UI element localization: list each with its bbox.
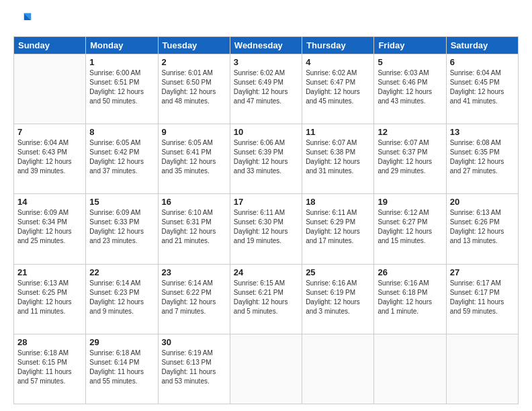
weekday-header-monday: Monday — [86, 37, 158, 54]
day-info: Sunrise: 6:11 AM Sunset: 6:29 PM Dayligh… — [306, 208, 370, 246]
day-number: 27 — [450, 267, 515, 277]
calendar-cell: 7Sunrise: 6:04 AM Sunset: 6:43 PM Daylig… — [14, 124, 86, 194]
day-info: Sunrise: 6:08 AM Sunset: 6:35 PM Dayligh… — [450, 138, 515, 176]
day-info: Sunrise: 6:16 AM Sunset: 6:18 PM Dayligh… — [378, 279, 442, 316]
day-number: 4 — [306, 57, 370, 67]
day-number: 20 — [450, 197, 515, 207]
day-number: 19 — [378, 197, 442, 207]
calendar-cell: 20Sunrise: 6:13 AM Sunset: 6:26 PM Dayli… — [446, 194, 518, 264]
calendar-cell: 23Sunrise: 6:14 AM Sunset: 6:22 PM Dayli… — [158, 264, 230, 334]
calendar-cell: 30Sunrise: 6:19 AM Sunset: 6:13 PM Dayli… — [158, 334, 230, 404]
day-info: Sunrise: 6:09 AM Sunset: 6:33 PM Dayligh… — [89, 208, 154, 246]
day-info: Sunrise: 6:11 AM Sunset: 6:30 PM Dayligh… — [234, 208, 298, 246]
day-number: 28 — [17, 337, 82, 347]
logo-icon — [13, 11, 32, 30]
day-info: Sunrise: 6:15 AM Sunset: 6:21 PM Dayligh… — [234, 279, 298, 316]
calendar-cell: 4Sunrise: 6:02 AM Sunset: 6:47 PM Daylig… — [302, 54, 374, 124]
calendar-cell: 28Sunrise: 6:18 AM Sunset: 6:15 PM Dayli… — [14, 334, 86, 404]
calendar-cell: 5Sunrise: 6:03 AM Sunset: 6:46 PM Daylig… — [374, 54, 446, 124]
day-number: 29 — [89, 337, 154, 347]
calendar-cell — [374, 334, 446, 404]
day-info: Sunrise: 6:04 AM Sunset: 6:43 PM Dayligh… — [17, 138, 82, 176]
calendar-cell: 3Sunrise: 6:02 AM Sunset: 6:49 PM Daylig… — [230, 54, 302, 124]
weekday-header-thursday: Thursday — [302, 37, 374, 54]
weekday-header-sunday: Sunday — [14, 37, 86, 54]
day-number: 2 — [162, 57, 226, 67]
day-info: Sunrise: 6:04 AM Sunset: 6:45 PM Dayligh… — [450, 68, 515, 106]
day-number: 23 — [162, 267, 226, 277]
calendar-cell: 17Sunrise: 6:11 AM Sunset: 6:30 PM Dayli… — [230, 194, 302, 264]
day-info: Sunrise: 6:00 AM Sunset: 6:51 PM Dayligh… — [89, 68, 154, 106]
weekday-header-wednesday: Wednesday — [230, 37, 302, 54]
day-info: Sunrise: 6:07 AM Sunset: 6:38 PM Dayligh… — [306, 138, 370, 176]
day-info: Sunrise: 6:02 AM Sunset: 6:47 PM Dayligh… — [306, 68, 370, 106]
calendar-cell: 22Sunrise: 6:14 AM Sunset: 6:23 PM Dayli… — [86, 264, 158, 334]
day-number: 30 — [162, 337, 226, 347]
day-number: 14 — [17, 197, 82, 207]
calendar-cell: 11Sunrise: 6:07 AM Sunset: 6:38 PM Dayli… — [302, 124, 374, 194]
day-info: Sunrise: 6:19 AM Sunset: 6:13 PM Dayligh… — [162, 349, 226, 386]
calendar-cell — [230, 334, 302, 404]
calendar-cell: 26Sunrise: 6:16 AM Sunset: 6:18 PM Dayli… — [374, 264, 446, 334]
calendar-cell: 21Sunrise: 6:13 AM Sunset: 6:25 PM Dayli… — [14, 264, 86, 334]
calendar-cell: 12Sunrise: 6:07 AM Sunset: 6:37 PM Dayli… — [374, 124, 446, 194]
day-info: Sunrise: 6:18 AM Sunset: 6:15 PM Dayligh… — [17, 349, 82, 386]
day-info: Sunrise: 6:14 AM Sunset: 6:22 PM Dayligh… — [162, 279, 226, 316]
day-number: 6 — [450, 57, 515, 67]
calendar-cell: 19Sunrise: 6:12 AM Sunset: 6:27 PM Dayli… — [374, 194, 446, 264]
day-number: 3 — [234, 57, 298, 67]
day-number: 9 — [162, 127, 226, 137]
day-number: 10 — [234, 127, 298, 137]
day-number: 25 — [306, 267, 370, 277]
day-info: Sunrise: 6:05 AM Sunset: 6:41 PM Dayligh… — [162, 138, 226, 176]
day-info: Sunrise: 6:06 AM Sunset: 6:39 PM Dayligh… — [234, 138, 298, 176]
day-number: 7 — [17, 127, 82, 137]
calendar-cell: 13Sunrise: 6:08 AM Sunset: 6:35 PM Dayli… — [446, 124, 518, 194]
day-number: 8 — [89, 127, 154, 137]
week-row-2: 14Sunrise: 6:09 AM Sunset: 6:34 PM Dayli… — [14, 194, 519, 264]
calendar-cell: 6Sunrise: 6:04 AM Sunset: 6:45 PM Daylig… — [446, 54, 518, 124]
day-number: 18 — [306, 197, 370, 207]
week-row-4: 28Sunrise: 6:18 AM Sunset: 6:15 PM Dayli… — [14, 334, 519, 404]
day-number: 22 — [89, 267, 154, 277]
calendar-cell: 29Sunrise: 6:18 AM Sunset: 6:14 PM Dayli… — [86, 334, 158, 404]
calendar-cell: 18Sunrise: 6:11 AM Sunset: 6:29 PM Dayli… — [302, 194, 374, 264]
day-info: Sunrise: 6:02 AM Sunset: 6:49 PM Dayligh… — [234, 68, 298, 106]
day-info: Sunrise: 6:13 AM Sunset: 6:26 PM Dayligh… — [450, 208, 515, 246]
day-info: Sunrise: 6:18 AM Sunset: 6:14 PM Dayligh… — [89, 349, 154, 386]
day-number: 5 — [378, 57, 442, 67]
weekday-header-friday: Friday — [374, 37, 446, 54]
day-number: 12 — [378, 127, 442, 137]
day-info: Sunrise: 6:17 AM Sunset: 6:17 PM Dayligh… — [450, 279, 515, 316]
day-number: 1 — [89, 57, 154, 67]
day-number: 17 — [234, 197, 298, 207]
calendar-cell: 10Sunrise: 6:06 AM Sunset: 6:39 PM Dayli… — [230, 124, 302, 194]
day-info: Sunrise: 6:03 AM Sunset: 6:46 PM Dayligh… — [378, 68, 442, 106]
day-info: Sunrise: 6:05 AM Sunset: 6:42 PM Dayligh… — [89, 138, 154, 176]
page: SundayMondayTuesdayWednesdayThursdayFrid… — [0, 0, 532, 411]
calendar-cell: 9Sunrise: 6:05 AM Sunset: 6:41 PM Daylig… — [158, 124, 230, 194]
day-info: Sunrise: 6:16 AM Sunset: 6:19 PM Dayligh… — [306, 279, 370, 316]
week-row-1: 7Sunrise: 6:04 AM Sunset: 6:43 PM Daylig… — [14, 124, 519, 194]
day-info: Sunrise: 6:07 AM Sunset: 6:37 PM Dayligh… — [378, 138, 442, 176]
header — [13, 11, 519, 30]
day-info: Sunrise: 6:01 AM Sunset: 6:50 PM Dayligh… — [162, 68, 226, 106]
day-info: Sunrise: 6:12 AM Sunset: 6:27 PM Dayligh… — [378, 208, 442, 246]
calendar-table: SundayMondayTuesdayWednesdayThursdayFrid… — [13, 36, 519, 404]
week-row-0: 1Sunrise: 6:00 AM Sunset: 6:51 PM Daylig… — [14, 54, 519, 124]
day-info: Sunrise: 6:10 AM Sunset: 6:31 PM Dayligh… — [162, 208, 226, 246]
day-number: 21 — [17, 267, 82, 277]
calendar-cell: 25Sunrise: 6:16 AM Sunset: 6:19 PM Dayli… — [302, 264, 374, 334]
day-info: Sunrise: 6:14 AM Sunset: 6:23 PM Dayligh… — [89, 279, 154, 316]
calendar-cell — [446, 334, 518, 404]
day-number: 11 — [306, 127, 370, 137]
logo — [13, 11, 35, 30]
day-info: Sunrise: 6:13 AM Sunset: 6:25 PM Dayligh… — [17, 279, 82, 316]
weekday-header-row: SundayMondayTuesdayWednesdayThursdayFrid… — [14, 37, 519, 54]
day-number: 24 — [234, 267, 298, 277]
weekday-header-saturday: Saturday — [446, 37, 518, 54]
week-row-3: 21Sunrise: 6:13 AM Sunset: 6:25 PM Dayli… — [14, 264, 519, 334]
day-number: 13 — [450, 127, 515, 137]
calendar-cell: 15Sunrise: 6:09 AM Sunset: 6:33 PM Dayli… — [86, 194, 158, 264]
calendar-cell: 24Sunrise: 6:15 AM Sunset: 6:21 PM Dayli… — [230, 264, 302, 334]
